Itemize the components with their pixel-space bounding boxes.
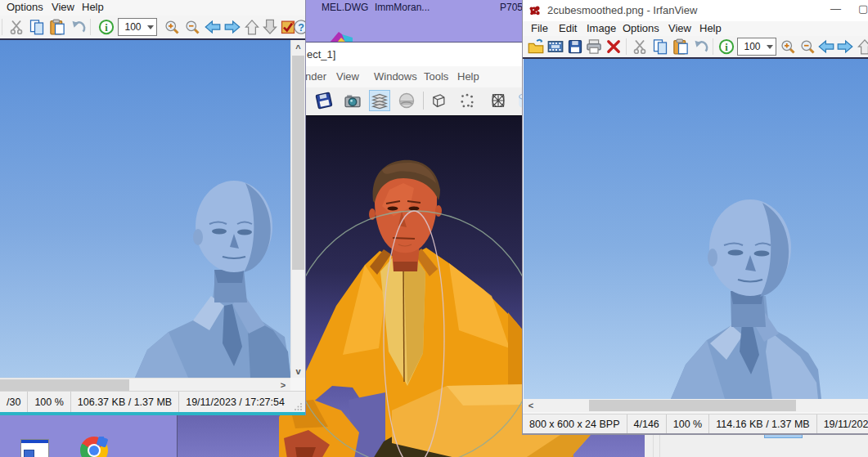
- menu-file[interactable]: File: [531, 22, 548, 34]
- strip-separator: [653, 434, 654, 457]
- vscroll-thumb[interactable]: [292, 56, 304, 270]
- resize-grip[interactable]: [295, 402, 303, 410]
- toolbar-separator: [2, 19, 2, 35]
- minimize-button[interactable]: —: [830, 2, 841, 15]
- right-toolbar: i 100: [523, 36, 868, 57]
- menu-edit[interactable]: Edit: [559, 22, 577, 34]
- left-toolbar: i 100: [0, 16, 305, 38]
- status-zoom: 100 %: [28, 392, 70, 413]
- right-titlebar[interactable]: 2cubesmoothed.png - IrfanView — ▢: [523, 0, 868, 21]
- first-image-icon[interactable]: [242, 17, 262, 37]
- screen: MEL.DWG ImmMoran... P7051 ect_1] nder Vi…: [0, 0, 868, 457]
- layers-icon[interactable]: [369, 90, 390, 111]
- desktop-file-icon[interactable]: [330, 30, 353, 43]
- window-teal-border: [0, 412, 305, 415]
- chrome-center: [89, 446, 99, 455]
- menu-options[interactable]: Options: [7, 1, 43, 13]
- left-hscrollbar[interactable]: >: [0, 378, 290, 392]
- zoom-level-combobox[interactable]: 100: [737, 38, 776, 56]
- left-vscrollbar[interactable]: ^ v: [290, 40, 305, 378]
- svg-text:i: i: [105, 22, 108, 34]
- copy-icon[interactable]: [27, 17, 47, 37]
- delete-icon[interactable]: [604, 37, 623, 56]
- menu-image[interactable]: Image: [587, 22, 616, 34]
- zoom-in-icon[interactable]: [162, 17, 182, 37]
- irfanview-window-left: Options View Help i 100: [0, 0, 306, 415]
- shortcut-icon-titlebar: [21, 440, 48, 443]
- previous-image-icon[interactable]: [816, 37, 836, 56]
- undo-icon[interactable]: [69, 17, 88, 37]
- scroll-left-arrow[interactable]: <: [525, 400, 537, 411]
- status-datetime: 19/11/2023 / 16:58:39: [817, 414, 868, 434]
- toolbar-separator: [713, 38, 713, 55]
- wire-sphere-icon[interactable]: [488, 91, 508, 110]
- save-icon[interactable]: [565, 37, 585, 56]
- menu-render-partial[interactable]: nder: [305, 70, 326, 83]
- next-image-icon[interactable]: [223, 17, 242, 37]
- slideshow-icon[interactable]: [546, 37, 565, 56]
- irfanview-logo-icon: [528, 4, 542, 17]
- menu-options[interactable]: Options: [623, 22, 659, 34]
- print-icon[interactable]: [584, 37, 604, 56]
- hscroll-thumb[interactable]: [0, 379, 129, 391]
- menu-windows[interactable]: Windows: [374, 70, 417, 83]
- desktop-icon-label[interactable]: ImmMoran...: [375, 2, 430, 13]
- zoom-level-combobox[interactable]: 100: [118, 18, 157, 36]
- left-menubar: Options View Help: [0, 0, 305, 16]
- background-window-strip: [645, 433, 868, 457]
- svg-text:?: ?: [298, 22, 304, 34]
- meshlab-title: ect_1]: [307, 48, 335, 60]
- menu-help[interactable]: Help: [457, 70, 479, 83]
- cut-icon[interactable]: [7, 17, 26, 37]
- undo-icon[interactable]: [691, 37, 711, 56]
- status-index: 4/146: [627, 414, 667, 434]
- scroll-down-arrow[interactable]: v: [291, 365, 305, 377]
- desktop-icon-label[interactable]: MEL.DWG: [322, 2, 368, 13]
- right-window-title: 2cubesmoothed.png - IrfanView: [547, 4, 697, 16]
- menu-view[interactable]: View: [336, 70, 359, 83]
- wireframe-cube-icon[interactable]: [429, 91, 448, 110]
- scroll-right-arrow[interactable]: >: [277, 379, 290, 391]
- scroll-up-arrow[interactable]: ^: [291, 43, 305, 54]
- left-image-viewport[interactable]: [0, 40, 290, 378]
- last-image-icon[interactable]: [260, 17, 280, 37]
- maximize-button[interactable]: ▢: [858, 2, 868, 15]
- info-icon[interactable]: i: [97, 17, 116, 37]
- previous-image-icon[interactable]: [203, 17, 223, 37]
- open-icon[interactable]: [526, 37, 546, 56]
- blue-figure-left: [0, 40, 290, 378]
- cut-icon[interactable]: [630, 37, 650, 56]
- save-project-icon[interactable]: [314, 91, 334, 110]
- irfanview-window-right: 2cubesmoothed.png - IrfanView — ▢ File E…: [522, 0, 868, 435]
- help-icon[interactable]: ?: [291, 17, 306, 37]
- hscroll-thumb[interactable]: [589, 400, 796, 411]
- desktop-icon-label[interactable]: P7051: [500, 2, 522, 13]
- right-image-viewport[interactable]: [524, 59, 868, 399]
- globe-icon[interactable]: [397, 91, 416, 110]
- next-image-icon[interactable]: [835, 37, 855, 56]
- menu-view[interactable]: View: [52, 1, 74, 13]
- right-hscrollbar[interactable]: <: [524, 399, 868, 412]
- menu-help[interactable]: Help: [699, 22, 722, 34]
- toolbar-separator: [423, 92, 424, 110]
- shortcut-icon-content: [24, 450, 34, 457]
- status-datetime: 19/11/2023 / 17:27:54: [179, 392, 291, 413]
- info-icon[interactable]: i: [717, 37, 736, 56]
- zoom-out-icon[interactable]: [798, 37, 817, 56]
- zoom-in-icon[interactable]: [778, 37, 798, 56]
- points-mode-icon[interactable]: [457, 91, 477, 110]
- menu-help[interactable]: Help: [82, 1, 104, 13]
- desktop-window-shortcut-icon[interactable]: [20, 439, 49, 457]
- menu-view[interactable]: View: [668, 22, 691, 34]
- paste-icon[interactable]: [47, 17, 67, 37]
- svg-text:i: i: [725, 42, 728, 53]
- copy-icon[interactable]: [650, 37, 670, 56]
- status-filesize: 106.37 KB / 1.37 MB: [71, 392, 179, 413]
- menu-tools[interactable]: Tools: [424, 70, 448, 83]
- chevron-down-icon: [767, 45, 773, 49]
- zoom-out-icon[interactable]: [182, 17, 202, 37]
- chrome-icon[interactable]: [80, 437, 110, 457]
- first-image-icon[interactable]: [855, 37, 868, 56]
- snapshot-camera-icon[interactable]: [343, 91, 362, 110]
- paste-icon[interactable]: [671, 37, 690, 56]
